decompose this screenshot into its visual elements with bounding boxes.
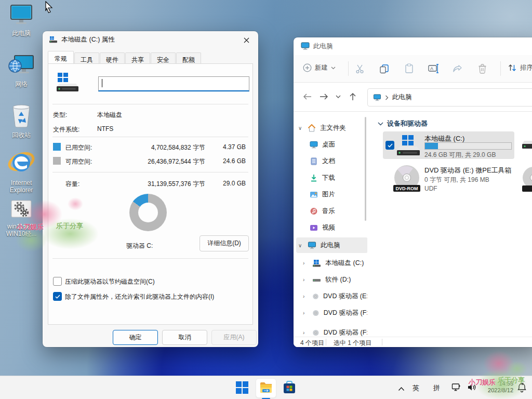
chevron-collapsed-icon[interactable]: › [303,310,308,316]
free-space-size: 24.6 GB [209,157,246,165]
up-icon[interactable] [349,92,356,101]
cancel-button[interactable]: 取消 [162,330,207,345]
item-checkbox[interactable] [385,141,394,150]
sidebar-item-drive-d[interactable]: › 软件 (D:) [301,272,367,287]
close-button[interactable] [237,33,255,47]
drive-c-item[interactable]: 本地磁盘 (C:) 24.6 GB 可用, 共 29.0 GB [383,131,514,159]
sidebar-item-downloads[interactable]: 下载 [308,170,367,185]
chevron-collapsed-icon[interactable]: › [303,260,308,266]
status-selected-count: 选中 1 个项目 [334,339,371,347]
sidebar-item-dvd-e[interactable]: › DVD 驱动器 (E:) [301,288,367,304]
ime-pinyin-indicator[interactable]: 拼 [433,383,440,393]
volume-label-input[interactable] [98,76,249,91]
delete-icon[interactable] [478,63,487,74]
filesystem-value: NTFS [97,125,113,132]
cut-icon[interactable] [355,64,365,74]
tray-clock[interactable]: 14:55 2022/8/12 [478,380,513,394]
taskbar: 英 拼 14:55 2022/8/12 [0,376,532,399]
cancel-button-label: 取消 [179,333,191,342]
drive-d-icon-partial[interactable] [521,137,532,157]
network-tray-icon[interactable] [451,383,461,392]
capacity-bytes: 31,139,557,376 字节 [126,180,205,189]
details-button[interactable]: 详细信息(D) [200,235,249,251]
sidebar-item-label: 软件 (D:) [325,275,351,284]
desktop-icon-recycle-bin[interactable]: 回收站 [1,104,42,139]
dvd-e-item[interactable]: DVD-ROM DVD 驱动器 (E:) 微PE工具箱 0 字节 可用, 共 1… [383,163,514,196]
copy-icon[interactable] [379,64,389,74]
explorer-sidebar: ∨ 主文件夹 桌面 文档 下载 图片 音乐 [294,112,367,337]
share-icon[interactable] [453,64,463,73]
sidebar-item-label: 桌面 [322,140,335,149]
chevron-collapsed-icon[interactable]: › [303,294,308,299]
sidebar-item-music[interactable]: 音乐 [308,203,367,219]
drive-info: 24.6 GB 可用, 共 29.0 GB [424,151,496,159]
filesystem-label: 文件系统: [53,125,79,134]
sidebar-item-label: 图片 [322,190,335,199]
music-icon [310,207,318,215]
new-button[interactable]: 新建 [303,63,336,72]
sidebar-item-pictures[interactable]: 图片 [308,187,367,202]
address-bar[interactable]: 此电脑 [367,88,532,107]
network-icon [8,54,34,77]
sidebar-item-home[interactable]: ∨ 主文件夹 [296,120,367,136]
breadcrumb[interactable]: 此电脑 [392,93,412,102]
separator [52,137,248,137]
desktop-icon-internet-explorer[interactable]: Internet Explorer [1,150,42,194]
history-chevron-icon[interactable] [336,95,341,99]
chevron-expanded-icon[interactable]: ∨ [298,125,303,131]
desktop-icon-network[interactable]: 网络 [1,54,42,88]
chevron-expanded-icon[interactable]: ∨ [298,243,303,248]
sidebar-item-dvd-f[interactable]: › DVD 驱动器 (F:) [301,305,367,321]
explorer-window: 此电脑 新建 A 排序 此电脑 [294,37,532,347]
index-checkbox[interactable] [53,292,62,301]
dvd-f-icon-partial[interactable] [522,166,532,193]
documents-icon [310,157,318,165]
drive-filesystem: UDF [424,185,437,192]
notification-bell-icon[interactable] [517,382,527,393]
index-checkbox-label: 除了文件属性外，还允许索引此驱动器上文件的内容(I) [65,292,214,301]
file-explorer-taskbar-button[interactable] [256,378,276,398]
sidebar-item-documents[interactable]: 文档 [308,153,367,169]
dvd-icon [312,292,319,300]
used-space-bytes: 4,702,584,832 字节 [126,143,205,152]
apply-button[interactable]: 应用(A) [211,330,257,345]
rename-icon[interactable]: A [428,64,439,73]
drive-icon-large [56,72,79,93]
ime-language-indicator[interactable]: 英 [413,383,419,393]
sidebar-item-desktop[interactable]: 桌面 [308,137,367,152]
chevron-collapsed-icon[interactable]: › [303,277,308,283]
used-space-label: 已用空间: [65,143,92,152]
sidebar-item-videos[interactable]: 视频 [308,220,367,235]
ok-button[interactable]: 确定 [113,330,158,345]
desktop-icon-this-pc[interactable]: 此电脑 [1,4,42,37]
compress-checkbox[interactable] [53,277,62,286]
desktop-icon-win11-restore[interactable]: win11恢复 WIN10经... [1,200,42,237]
chevron-collapsed-icon[interactable]: › [303,330,308,336]
home-icon [308,124,316,132]
volume-tray-icon[interactable] [467,383,476,392]
sort-button[interactable]: 排序 [508,63,532,72]
sidebar-scrollbar[interactable] [365,117,366,221]
desktop-icon-label: win11恢复 [1,223,42,230]
mouse-cursor [45,1,54,14]
forward-icon[interactable] [320,93,328,100]
section-devices-and-drives[interactable]: 设备和驱动器 [378,119,428,128]
drive-c-icon [312,259,321,267]
explorer-toolbar: 新建 A 排序 [294,55,532,83]
tray-chevron-up[interactable] [398,384,405,393]
dialog-titlebar[interactable]: 本地磁盘 (C:) 属性 [43,31,258,48]
sidebar-item-label: 本地磁盘 (C:) [325,259,364,268]
sidebar-item-this-pc[interactable]: ∨ 此电脑 [296,237,367,253]
start-button[interactable] [235,381,249,396]
microsoft-store-taskbar-button[interactable] [282,380,297,397]
this-pc-icon [308,242,316,249]
tray-time: 14:55 [478,380,513,387]
status-item-count: 4 个项目 [300,339,324,347]
close-icon [244,37,249,43]
free-space-bytes: 26,436,972,544 字节 [126,157,205,166]
sidebar-item-dvd-partial[interactable]: › DVD 驱动器 (F:) [301,325,367,337]
back-icon[interactable] [303,93,312,100]
explorer-titlebar[interactable]: 此电脑 [294,37,532,55]
paste-icon[interactable] [404,63,414,74]
sidebar-item-drive-c[interactable]: › 本地磁盘 (C:) [301,255,367,271]
